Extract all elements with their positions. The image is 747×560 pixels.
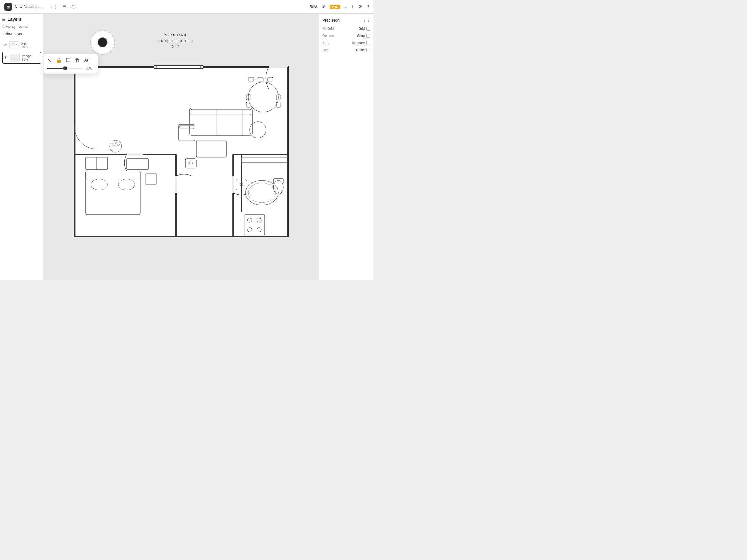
floor-plan-annotation: STANDARD COUNTER DEPTH 24" [158, 33, 193, 50]
topbar: ▦ New Drawing I... ⋮⋮ ☰ ⬡ 50% 0° PRO ↓ ↑… [0, 0, 374, 14]
precision-grid-icon: ⋮⋮ [363, 18, 370, 22]
plus-icon: + [2, 32, 4, 36]
topbar-right: 50% 0° PRO ↓ ↑ ⚙ ? [310, 4, 369, 9]
compass-outer [90, 30, 115, 55]
copy-icon[interactable]: ❐ [66, 57, 71, 63]
layers-panel: ☰ Layers ⇅ Sorting | Manual + New Layer … [0, 14, 44, 280]
opacity-slider[interactable] [47, 68, 83, 69]
new-layer-button[interactable]: + New Layer [2, 32, 41, 36]
zoom-level[interactable]: 50% [310, 5, 317, 9]
compass-inner [98, 37, 107, 47]
layer-info-image: Image 50% [22, 54, 31, 61]
menu-icon[interactable]: ☰ [62, 4, 67, 9]
sorting-sep: | [17, 25, 18, 29]
lock-icon[interactable]: 🔒 [56, 57, 62, 63]
scale-label: 1:1 in [323, 41, 330, 45]
no-grid-label: No Grid [323, 27, 334, 31]
shape-icon[interactable]: ⬡ [71, 4, 75, 9]
guide-row: Line Guide [323, 48, 370, 52]
pro-badge: PRO [330, 5, 340, 9]
layers-header: ☰ Layers [2, 17, 41, 22]
svg-rect-8 [157, 66, 200, 68]
grid-checkbox[interactable] [366, 27, 370, 31]
app-icon[interactable]: ▦ [4, 3, 12, 11]
sorting-arrows-icon: ⇅ [2, 25, 5, 29]
eye-icon-image[interactable]: 👁 [4, 55, 8, 60]
sorting-label: Sorting [6, 25, 16, 29]
svg-rect-6 [75, 67, 288, 236]
eye-icon-pen[interactable]: 👁 [3, 43, 7, 47]
options-label: Options [323, 34, 334, 38]
layer-pct-pen: 100% [21, 45, 29, 49]
precision-label: Precision [323, 18, 340, 22]
trash-icon[interactable]: 🗑 [75, 57, 80, 63]
measure-checkbox[interactable] [366, 41, 370, 45]
layer-item-pen[interactable]: 👁 Pen 100% [2, 40, 41, 51]
sorting-value: Manual [19, 25, 28, 29]
topbar-icons: ⋮⋮ ☰ ⬡ [49, 4, 75, 9]
help-icon[interactable]: ? [367, 4, 369, 9]
grid-value[interactable]: Grid [358, 27, 370, 31]
rotation-level[interactable]: 0° [322, 5, 325, 9]
settings-icon[interactable]: ⚙ [358, 4, 362, 9]
svg-rect-0 [10, 42, 18, 48]
svg-point-54 [259, 218, 261, 219]
layers-menu-icon[interactable]: ☰ [2, 17, 6, 22]
floor-plan-svg[interactable] [72, 61, 291, 239]
layer-popup: ↖ 🔒 ❐ 🗑 AI 50% [43, 54, 98, 74]
download-icon[interactable]: ↓ [345, 4, 347, 9]
layers-title: Layers [7, 17, 22, 22]
layer-name-pen: Pen [21, 42, 29, 45]
share-icon[interactable]: ↑ [351, 4, 354, 9]
topbar-left: ▦ New Drawing I... ⋮⋮ ☰ ⬡ [4, 3, 75, 11]
svg-point-53 [251, 218, 252, 219]
right-panel: Precision ⋮⋮ No Grid Grid Options Snap 1… [319, 14, 374, 280]
guide-checkbox[interactable] [366, 48, 370, 52]
snap-checkbox[interactable] [366, 34, 370, 38]
line-label: Line [323, 48, 329, 52]
measure-value[interactable]: Measure [352, 41, 370, 45]
compass [90, 30, 115, 55]
layer-item-image[interactable]: 👁 Image 50% [2, 52, 41, 64]
layer-info-pen: Pen 100% [21, 42, 29, 49]
popup-slider-row: 50% [47, 67, 94, 70]
grid-row: No Grid Grid [323, 27, 370, 31]
grid-icon[interactable]: ⋮⋮ [49, 4, 58, 9]
layer-name-image: Image [22, 54, 31, 58]
opacity-value: 50% [85, 67, 94, 70]
ai-icon[interactable]: AI [84, 58, 88, 62]
cursor-icon[interactable]: ↖ [47, 57, 51, 63]
measure-row: 1:1 in Measure [323, 41, 370, 45]
layer-thumb-pen [9, 41, 19, 49]
layer-pct-image: 50% [22, 58, 31, 61]
new-layer-label: New Layer [5, 32, 22, 36]
guide-value[interactable]: Guide [356, 48, 370, 52]
snap-row: Options Snap [323, 34, 370, 38]
doc-title[interactable]: New Drawing I... [15, 5, 43, 9]
sorting-row: ⇅ Sorting | Manual [2, 25, 41, 29]
layer-thumb-image [10, 54, 20, 61]
panel-title: Precision ⋮⋮ [323, 18, 370, 22]
popup-actions: ↖ 🔒 ❐ 🗑 AI [47, 57, 94, 63]
snap-value[interactable]: Snap [357, 34, 370, 38]
